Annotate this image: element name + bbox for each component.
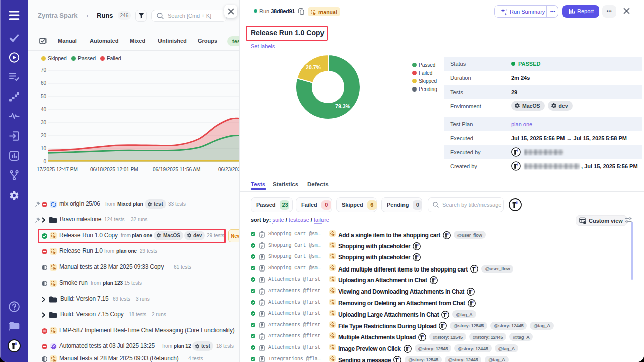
svg-text:20.7%: 20.7% <box>306 64 321 70</box>
svg-text:79.3%: 79.3% <box>335 103 350 109</box>
